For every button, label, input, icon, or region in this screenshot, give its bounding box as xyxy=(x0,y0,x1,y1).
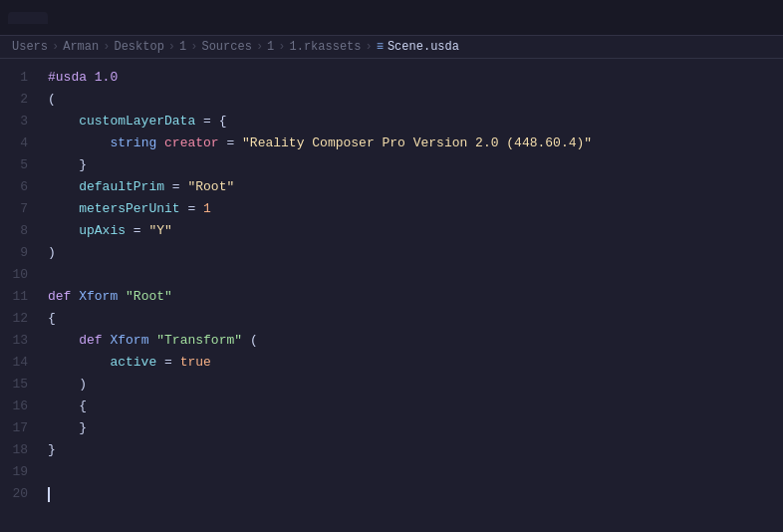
breadcrumb-desktop[interactable]: Desktop xyxy=(114,40,163,54)
code-token: { xyxy=(219,112,227,133)
code-token: #usda xyxy=(48,68,95,89)
line-number-9: 9 xyxy=(8,242,28,264)
breadcrumb: Users › Arman › Desktop › 1 › Sources › … xyxy=(0,36,783,59)
code-token xyxy=(71,287,79,308)
code-token: upAxis xyxy=(48,221,126,242)
code-line-1: #usda 1.0 xyxy=(40,67,783,89)
code-token: = xyxy=(126,221,148,242)
code-token xyxy=(118,287,126,308)
code-token: = xyxy=(195,112,218,133)
code-line-19 xyxy=(40,461,783,483)
code-token: ( xyxy=(48,90,56,111)
code-token: string xyxy=(110,133,156,154)
line-number-11: 11 xyxy=(8,286,28,308)
code-token: { xyxy=(48,309,56,330)
line-numbers: 1234567891011121314151617181920 xyxy=(0,59,40,529)
code-line-2: ( xyxy=(40,89,783,111)
code-token: "Root" xyxy=(187,177,234,198)
code-token: true xyxy=(180,353,211,374)
breadcrumb-current-file[interactable]: Scene.usda xyxy=(388,40,459,54)
code-token: creator xyxy=(164,133,219,154)
code-line-16: { xyxy=(40,396,783,417)
code-token: metersPerUnit xyxy=(48,199,180,220)
line-number-16: 16 xyxy=(8,396,28,417)
breadcrumb-sep-5: › xyxy=(256,40,263,54)
code-token: Xform xyxy=(110,331,148,352)
line-number-6: 6 xyxy=(8,176,28,198)
code-token: defaultPrim xyxy=(48,177,164,198)
code-token: def xyxy=(48,331,103,352)
code-token: } xyxy=(48,440,56,461)
code-token: } xyxy=(48,418,87,439)
code-line-3: customLayerData = { xyxy=(40,111,783,133)
code-token: Xform xyxy=(79,287,118,308)
breadcrumb-1[interactable]: 1 xyxy=(179,40,186,54)
code-token: 1 xyxy=(203,199,211,220)
code-line-10 xyxy=(40,264,783,286)
line-number-3: 3 xyxy=(8,111,28,133)
breadcrumb-1b[interactable]: 1 xyxy=(267,40,274,54)
breadcrumb-users[interactable]: Users xyxy=(12,40,48,54)
breadcrumb-sep-7: › xyxy=(366,40,373,54)
line-number-14: 14 xyxy=(8,352,28,374)
code-token: "Y" xyxy=(148,221,171,242)
line-number-4: 4 xyxy=(8,133,28,154)
code-area: 1234567891011121314151617181920 #usda 1.… xyxy=(0,59,783,529)
code-line-4: string creator = "Reality Composer Pro V… xyxy=(40,133,783,154)
title-bar xyxy=(0,0,783,36)
line-number-1: 1 xyxy=(8,67,28,89)
line-number-2: 2 xyxy=(8,89,28,111)
code-token xyxy=(156,133,164,154)
code-line-15: ) xyxy=(40,374,783,396)
breadcrumb-sep-3: › xyxy=(168,40,175,54)
code-token: = xyxy=(180,199,203,220)
line-number-18: 18 xyxy=(8,439,28,461)
code-line-5: } xyxy=(40,154,783,176)
code-token: def xyxy=(48,287,71,308)
code-content[interactable]: #usda 1.0( customLayerData = { string cr… xyxy=(40,59,783,529)
editor: 1234567891011121314151617181920 #usda 1.… xyxy=(0,59,783,529)
breadcrumb-sources[interactable]: Sources xyxy=(201,40,251,54)
code-line-17: } xyxy=(40,417,783,439)
line-number-13: 13 xyxy=(8,330,28,352)
code-token: ) xyxy=(48,243,56,264)
code-line-13: def Xform "Transform" ( xyxy=(40,330,783,352)
code-token: = xyxy=(164,177,187,198)
code-token: = xyxy=(219,133,242,154)
code-token: "Root" xyxy=(126,287,172,308)
code-line-9: ) xyxy=(40,242,783,264)
text-cursor xyxy=(48,487,50,502)
code-line-7: metersPerUnit = 1 xyxy=(40,198,783,220)
code-line-18: } xyxy=(40,439,783,461)
breadcrumb-sep-2: › xyxy=(103,40,110,54)
code-line-14: active = true xyxy=(40,352,783,374)
tab[interactable] xyxy=(8,12,48,24)
breadcrumb-arman[interactable]: Arman xyxy=(63,40,99,54)
line-number-17: 17 xyxy=(8,417,28,439)
line-number-20: 20 xyxy=(8,483,28,505)
code-token: 1.0 xyxy=(95,68,118,89)
line-number-8: 8 xyxy=(8,220,28,242)
code-token: ) xyxy=(48,375,87,396)
code-token xyxy=(48,133,110,154)
code-line-12: { xyxy=(40,308,783,330)
line-number-19: 19 xyxy=(8,461,28,483)
line-number-7: 7 xyxy=(8,198,28,220)
line-number-12: 12 xyxy=(8,308,28,330)
breadcrumb-file-icon: ≡ xyxy=(377,40,384,54)
code-line-20 xyxy=(40,483,783,505)
code-token: customLayerData xyxy=(48,112,195,133)
line-number-15: 15 xyxy=(8,374,28,396)
code-token xyxy=(148,331,156,352)
code-line-6: defaultPrim = "Root" xyxy=(40,176,783,198)
breadcrumb-sep-6: › xyxy=(278,40,285,54)
code-token: ( xyxy=(242,331,258,352)
breadcrumb-sep-4: › xyxy=(190,40,197,54)
code-token: "Reality Composer Pro Version 2.0 (448.6… xyxy=(242,133,592,154)
code-line-8: upAxis = "Y" xyxy=(40,220,783,242)
breadcrumb-rkassets[interactable]: 1.rkassets xyxy=(290,40,362,54)
code-token: = xyxy=(156,353,179,374)
code-token xyxy=(103,331,111,352)
code-token: active xyxy=(48,353,156,374)
line-number-5: 5 xyxy=(8,154,28,176)
